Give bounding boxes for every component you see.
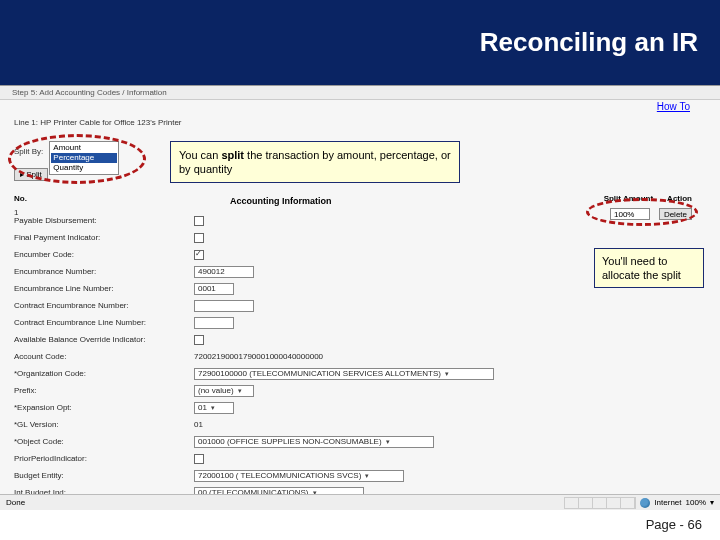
col-header-no: No. (14, 194, 27, 203)
globe-icon (640, 498, 650, 508)
callout-split-pre: You can (179, 149, 221, 161)
checkbox-prior-period[interactable] (194, 454, 204, 464)
status-cells (564, 497, 636, 509)
slide-title-bar: Reconciling an IR (0, 0, 720, 85)
col-header-action: Action (667, 194, 692, 203)
howto-link[interactable]: How To (657, 101, 690, 112)
label-ctr-enc: Contract Encumbrance Number: (14, 301, 194, 310)
split-by-label: Split By: (14, 141, 43, 156)
input-ctr-enc-line[interactable] (194, 317, 234, 329)
label-payable-disb: Payable Disbursement: (14, 216, 194, 225)
label-gl-ver: *GL Version: (14, 420, 194, 429)
callout-allocate: You'll need to allocate the split (594, 248, 704, 288)
split-amount-input[interactable]: 100% (610, 208, 650, 220)
delete-button[interactable]: Delete (659, 208, 692, 220)
value-gl-ver: 01 (194, 420, 203, 429)
callout-split-bold: split (221, 149, 244, 161)
label-exp-opt: *Expansion Opt: (14, 403, 194, 412)
status-zoom: 100% (686, 498, 706, 507)
select-prefix[interactable]: (no value) (194, 385, 254, 397)
split-option-amount[interactable]: Amount (51, 143, 117, 153)
label-enc-line: Encumbrance Line Number: (14, 284, 194, 293)
value-acct-code: 72002190001790001000040000000 (194, 352, 323, 361)
accounting-info-header: Accounting Information (230, 196, 332, 206)
label-budget-ent: Budget Entity: (14, 471, 194, 480)
checkbox-final-pay[interactable] (194, 233, 204, 243)
label-prefix: Prefix: (14, 386, 194, 395)
select-exp-opt[interactable]: 01 (194, 402, 234, 414)
input-enc-num[interactable]: 490012 (194, 266, 254, 278)
input-enc-line[interactable]: 0001 (194, 283, 234, 295)
label-enc-code: Encumber Code: (14, 250, 194, 259)
checkbox-enc-code[interactable] (194, 250, 204, 260)
content-area: Step 5: Add Accounting Codes / Informati… (0, 85, 720, 510)
col-header-split-amount: Split Amount (604, 194, 653, 203)
label-ctr-enc-line: Contract Encumbrance Line Number: (14, 318, 194, 327)
checkbox-avail-bal[interactable] (194, 335, 204, 345)
input-ctr-enc[interactable] (194, 300, 254, 312)
split-button[interactable]: ▸ Split (14, 168, 48, 181)
status-zone: Internet (654, 498, 681, 507)
accounting-form: 1 Payable Disbursement: Final Payment In… (14, 208, 494, 510)
label-org-code: *Organization Code: (14, 369, 194, 378)
label-obj-code: *Object Code: (14, 437, 194, 446)
label-avail-bal: Available Balance Override Indicator: (14, 335, 194, 344)
status-bar: Done Internet 100% ▾ (0, 494, 720, 510)
split-option-percentage[interactable]: Percentage (51, 153, 117, 163)
label-prior-period: PriorPeriodIndicator: (14, 454, 194, 463)
slide-footer-page: Page - 66 (646, 517, 702, 532)
label-final-pay: Final Payment Indicator: (14, 233, 194, 242)
slide-title: Reconciling an IR (480, 27, 698, 58)
col-right-headers: Split Amount Action (604, 194, 692, 203)
select-obj-code[interactable]: 001000 (OFFICE SUPPLIES NON-CONSUMABLE) (194, 436, 434, 448)
label-acct-code: Account Code: (14, 352, 194, 361)
select-budget-ent[interactable]: 72000100 ( TELECOMMUNICATIONS SVCS) (194, 470, 404, 482)
status-done: Done (6, 498, 25, 507)
label-enc-num: Encumbrance Number: (14, 267, 194, 276)
select-org-code[interactable]: 72900100000 (TELECOMMUNICATION SERVICES … (194, 368, 494, 380)
callout-split-info: You can split the transaction by amount,… (170, 141, 460, 183)
split-amount-cell: 100% (610, 208, 650, 220)
split-option-quantity[interactable]: Quantity (51, 163, 117, 173)
chevron-down-icon[interactable]: ▾ (710, 498, 714, 507)
line-description: Line 1: HP Printer Cable for Office 123'… (14, 118, 182, 127)
checkbox-payable-disb[interactable] (194, 216, 204, 226)
step-label: Step 5: Add Accounting Codes / Informati… (0, 86, 720, 100)
split-by-select[interactable]: Amount Percentage Quantity (49, 141, 119, 175)
